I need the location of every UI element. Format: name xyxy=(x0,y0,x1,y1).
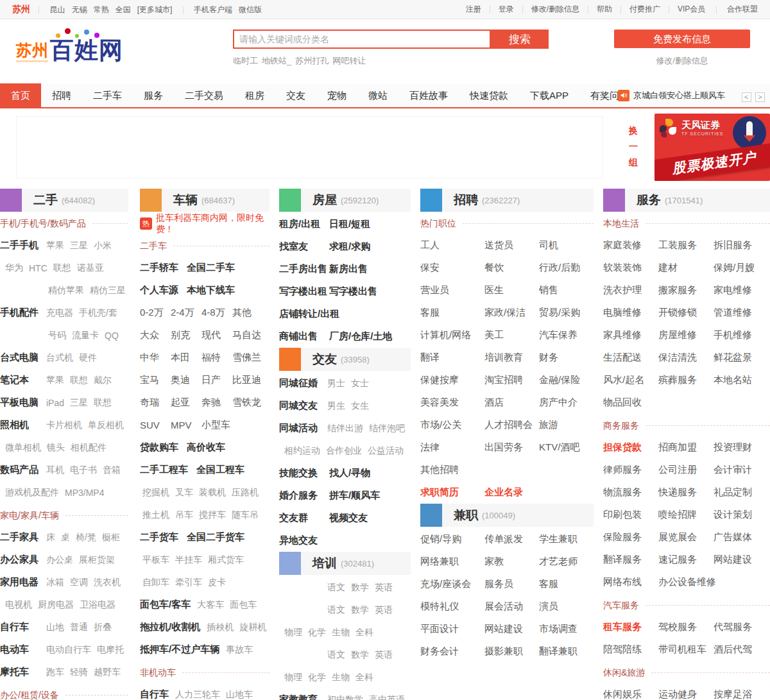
category-link[interactable]: 空调 xyxy=(70,577,88,588)
category-link[interactable]: 物理 xyxy=(284,672,302,683)
category-link[interactable]: 速记服务 xyxy=(658,554,714,566)
nav-item-下载APP[interactable]: 下载APP xyxy=(519,83,579,107)
category-link[interactable]: 中华 xyxy=(140,352,171,364)
category-link[interactable]: 半挂车 xyxy=(175,554,202,566)
category-link[interactable]: 高价收车 xyxy=(187,441,225,454)
category-link[interactable]: 求职简历 xyxy=(420,486,484,499)
category-link[interactable]: 酒店 xyxy=(484,397,539,409)
category-link[interactable]: 人才招聘会 xyxy=(484,419,539,431)
category-link[interactable]: 桌 xyxy=(61,532,70,543)
category-link[interactable]: 平面设计 xyxy=(420,623,484,635)
category-link[interactable]: 联想 xyxy=(53,262,71,274)
category-link[interactable]: 初中数学 xyxy=(327,694,363,700)
topbar-city-link[interactable]: 常熟 xyxy=(94,5,109,14)
subcategory-label-link[interactable]: 店铺转让/出租 xyxy=(279,308,339,320)
nav-item-二手车[interactable]: 二手车 xyxy=(82,83,133,107)
category-header-服务[interactable]: 服务(1701541) xyxy=(603,189,770,212)
category-link[interactable]: 广告媒体 xyxy=(714,531,752,543)
category-link[interactable]: 物理 xyxy=(284,627,302,638)
category-link[interactable]: 诺基亚 xyxy=(77,262,104,274)
category-link[interactable]: 全国二手货车 xyxy=(187,531,244,543)
announcement[interactable]: 京城白领安心搭上顺风车 xyxy=(618,83,725,107)
category-link[interactable]: 保健按摩 xyxy=(420,374,484,386)
category-link[interactable]: 汽车保养 xyxy=(539,329,578,341)
subcategory-label-link[interactable]: 办公家具 xyxy=(0,554,46,566)
category-link[interactable]: 英语 xyxy=(375,649,393,661)
site-logo[interactable]: 苏州 百姓网 xyxy=(16,38,123,62)
subcategory-label-link[interactable]: 照相机 xyxy=(0,419,46,431)
subcategory-label-link[interactable]: 电动车 xyxy=(0,644,46,656)
category-link[interactable]: 充场/座谈会 xyxy=(420,578,484,590)
category-header-房屋[interactable]: 房屋(2592120) xyxy=(279,189,411,212)
nav-item-租房[interactable]: 租房 xyxy=(234,83,275,107)
category-link[interactable]: 微单相机 xyxy=(5,442,41,454)
category-link[interactable]: 培训教育 xyxy=(484,352,539,364)
category-link[interactable]: 礼品定制 xyxy=(714,486,752,499)
category-link[interactable]: 建材 xyxy=(658,262,714,274)
category-link[interactable]: 日产 xyxy=(201,374,232,386)
subcategory-label-link[interactable]: 交友群 xyxy=(279,512,329,524)
subcategory-label-link[interactable]: 拼车/顺风车 xyxy=(329,490,380,502)
category-link[interactable]: 床 xyxy=(46,532,55,543)
category-link[interactable]: 市场调查 xyxy=(539,623,578,635)
category-link[interactable]: 销售 xyxy=(539,284,558,296)
section-link[interactable]: 办公/租赁/设备 xyxy=(0,690,59,700)
category-link[interactable]: 餐饮 xyxy=(484,262,539,274)
category-link[interactable]: 网站建设 xyxy=(714,554,752,566)
hot-keyword-link[interactable]: 地铁站_ xyxy=(262,56,291,65)
category-link[interactable]: 喷绘招牌 xyxy=(658,509,714,521)
subcategory-label-link[interactable]: 异地交友 xyxy=(279,534,318,547)
category-link[interactable]: 数学 xyxy=(351,604,369,616)
category-link[interactable]: 投资理财 xyxy=(714,441,752,454)
category-link[interactable]: 耳机 xyxy=(46,465,64,476)
topbar-mobile-link[interactable]: 手机客户端 xyxy=(194,5,232,14)
category-link[interactable]: 比亚迪 xyxy=(232,374,261,386)
category-link[interactable]: MPV xyxy=(171,420,201,431)
announcement-prev-button[interactable]: < xyxy=(742,92,751,102)
category-link[interactable]: 搬家服务 xyxy=(658,284,714,296)
section-link[interactable]: 二手车 xyxy=(140,241,167,252)
category-link[interactable]: 贸易/采购 xyxy=(539,307,580,319)
subcategory-label-link[interactable]: 找人/寻物 xyxy=(329,467,370,479)
category-link[interactable]: 快递服务 xyxy=(658,486,714,499)
category-link[interactable]: 男生 xyxy=(327,400,345,412)
subcategory-label-link[interactable]: 自行车 xyxy=(140,688,169,700)
category-link[interactable]: 起亚 xyxy=(171,397,201,409)
category-link[interactable]: 设计策划 xyxy=(714,509,752,521)
category-link[interactable]: SUV xyxy=(140,420,171,431)
category-link[interactable]: 休闲娱乐 xyxy=(603,688,658,700)
category-link[interactable]: 大客车 xyxy=(197,599,224,611)
nav-item-宠物[interactable]: 宠物 xyxy=(316,83,357,107)
category-link[interactable]: 装载机 xyxy=(199,487,226,499)
category-link[interactable]: 服务员 xyxy=(484,578,539,590)
category-link[interactable]: 模特礼仪 xyxy=(420,601,484,613)
category-link[interactable]: 殡葬服务 xyxy=(658,374,714,386)
category-link[interactable]: 冰箱 xyxy=(46,577,64,588)
subcategory-label-link[interactable]: 同城交友 xyxy=(279,400,327,412)
category-link[interactable]: 号码 xyxy=(48,330,66,341)
category-link[interactable]: 现代 xyxy=(201,329,232,341)
topbar-link[interactable]: 修改/删除信息 xyxy=(531,4,579,13)
category-link[interactable]: 叉车 xyxy=(175,487,193,499)
category-link[interactable]: 摄影兼职 xyxy=(484,645,539,658)
subcategory-label-link[interactable]: 求租/求购 xyxy=(329,241,370,253)
category-link[interactable]: 相机配件 xyxy=(71,442,107,454)
category-link[interactable]: 吊车 xyxy=(175,509,193,521)
nav-item-招聘[interactable]: 招聘 xyxy=(41,83,82,107)
topbar-city-link[interactable]: 无锡 xyxy=(72,5,87,14)
category-link[interactable]: 会计审计 xyxy=(714,464,752,476)
category-link[interactable]: 华为 xyxy=(5,262,23,274)
refresh-ads-button[interactable]: 换一组 xyxy=(628,123,639,171)
topbar-link[interactable]: 帮助 xyxy=(597,4,612,13)
category-link[interactable]: 保姆/月嫂 xyxy=(714,262,755,274)
subcategory-label-link[interactable]: 二手手机 xyxy=(0,239,46,252)
category-link[interactable]: 送货员 xyxy=(484,239,539,252)
category-link[interactable]: 物品回收 xyxy=(603,397,642,409)
category-link[interactable]: 开锁修锁 xyxy=(658,307,714,319)
category-link[interactable]: 精仿三星 xyxy=(90,285,126,296)
category-link[interactable]: 全国二手车 xyxy=(187,262,235,274)
category-link[interactable]: 二手工程车 xyxy=(140,464,188,476)
category-link[interactable]: 家教 xyxy=(484,556,539,568)
category-link[interactable]: 本田 xyxy=(171,352,201,364)
nav-item-快速贷款[interactable]: 快速贷款 xyxy=(459,83,519,107)
